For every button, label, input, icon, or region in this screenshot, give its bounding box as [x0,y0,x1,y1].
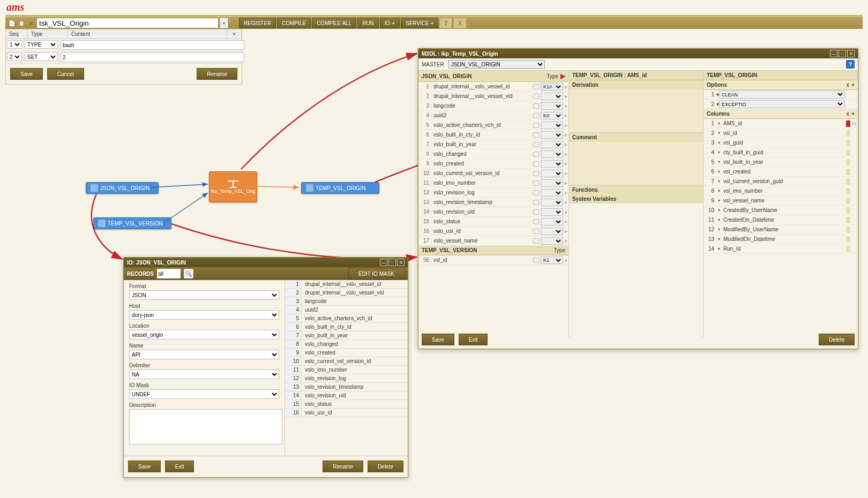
chevron-down-icon[interactable]: ▾ [716,179,722,184]
io-save-button[interactable]: Save [128,461,161,472]
node-json-vsl-origin[interactable]: JSON_VSL_ORIGIN [86,182,159,194]
checkbox-icon[interactable] [534,152,539,157]
io-list-row[interactable]: 16vslo_usr_id [285,409,408,417]
go-icon[interactable]: ▸ [563,132,568,138]
iomask-select[interactable]: UNDEF [129,389,279,399]
io-list-row[interactable]: 6vslo_built_in_cty_id [285,323,408,331]
io-plus-button[interactable]: IO + [380,18,400,28]
chevron-down-icon[interactable]: ▾ [716,227,722,232]
node-temp-vsl-version[interactable]: TEMP_VSL_VERSION [93,217,171,229]
m2ol-exit-button[interactable]: Exit [459,334,488,337]
location-select[interactable]: vessel_origin [129,330,279,339]
chevron-down-icon[interactable]: ▾ [716,188,722,193]
seq-content-input[interactable] [61,40,244,50]
go-icon[interactable]: ▸ [563,238,568,244]
checkbox-icon[interactable] [534,258,539,263]
go-icon[interactable]: ▸ [563,122,568,128]
type-select[interactable]: K0 [541,112,563,119]
io-field-list[interactable]: 1drupal_internal__vslo_vessel_id2drupal_… [285,280,408,456]
checkbox-icon[interactable] [534,209,539,215]
up-icon[interactable]: ↑ [229,19,238,27]
go-icon[interactable]: ▸ [563,141,568,147]
chevron-down-icon[interactable]: ▾ [716,140,722,145]
field-row[interactable]: 17vslo_vessel_name ▸ [418,236,568,246]
column-row[interactable]: 5▾ vsl_built_in_year [704,157,858,167]
chevron-down-icon[interactable]: ▾ [716,246,722,251]
io-list-row[interactable]: 1drupal_internal__vslo_vessel_id [285,280,408,289]
search-icon[interactable]: 🔍 [184,269,193,278]
tab-chip-2[interactable]: 2 [439,18,452,28]
option-select[interactable]: CLEAN [719,90,845,99]
host-select[interactable]: dory-json [129,310,279,320]
checkbox-icon[interactable] [534,229,539,234]
tab-chip-x[interactable]: X [453,18,467,28]
chevron-down-icon[interactable]: ▾ [716,217,722,222]
type-select[interactable] [541,141,563,148]
field-row[interactable]: 4uuid2 K0 ▸ [418,111,568,120]
go-icon[interactable]: ▸ [563,170,568,176]
seq-num-select[interactable]: 2 [7,52,22,61]
go-icon[interactable]: ▸ [563,180,568,186]
type-select[interactable] [541,170,563,177]
type-select[interactable] [541,122,563,129]
column-row[interactable]: 12▾ ModifiedBy_UserName [704,225,858,235]
field-row[interactable]: 5vslo_active_charters_vch_id ▸ [418,120,568,130]
seq-cancel-button[interactable]: Cancel [47,68,84,80]
type-select[interactable] [541,228,563,235]
m2ol-save-button[interactable]: Save [422,334,454,337]
new-icon[interactable]: 📄 [8,19,16,27]
field-row[interactable]: 13vslo_revision_timestamp ▸ [418,198,568,207]
minimize-icon[interactable]: — [830,50,837,57]
help-icon[interactable]: ? [846,60,855,69]
comment-box[interactable] [569,142,703,185]
checkbox-icon[interactable] [534,103,539,109]
master-select[interactable]: JSON_VSL_ORIGIN [448,60,545,69]
type-select[interactable]: K1 [541,256,563,264]
chevron-down-icon[interactable]: ▾ [716,131,722,135]
column-row[interactable]: 3▾ vsl_guid [704,138,858,148]
type-select[interactable] [541,218,563,225]
field-row[interactable]: 11vslo_imo_number ▸ [418,178,568,188]
go-icon[interactable]: ▸ [563,199,568,205]
type-select[interactable] [541,179,563,187]
go-icon[interactable]: ▸ [563,228,568,234]
node-temp-vsl-origin[interactable]: TEMP_VSL_ORIGIN [301,182,379,194]
chevron-down-icon[interactable]: ▾ [716,208,722,213]
records-input[interactable] [157,269,181,278]
column-row[interactable]: 6▾ vsl_created [704,167,858,177]
type-select[interactable] [541,150,563,158]
io-list-row[interactable]: 4uuid2 [285,306,408,314]
checkbox-icon[interactable] [534,123,539,128]
m2ol-titlebar[interactable]: M2OL : lkp_Temp_VSL_Origin —□✕ [418,49,858,58]
field-row[interactable]: 1drupal_internal__vslo_vessel_id K1A ▸ [418,82,568,92]
io-list-row[interactable]: 2drupal_internal__vslo_vessel_vid [285,289,408,297]
io-list-row[interactable]: 12vslo_revision_log [285,374,408,383]
chevron-down-icon[interactable]: ▾ [716,169,722,174]
go-icon[interactable]: ▸ [563,257,568,263]
copy-icon[interactable]: 📋 [17,19,26,27]
go-icon[interactable]: ▸ [563,112,568,118]
field-row[interactable]: 7vslo_built_in_year ▸ [418,140,568,149]
checkbox-icon[interactable] [534,200,539,205]
type-select[interactable] [541,189,563,197]
seq-num-select[interactable]: 1 [7,40,22,49]
column-row[interactable]: 11▾ CreatedOn_Datetime [704,215,858,225]
seq-add-button[interactable]: + [227,29,242,39]
derivation-box[interactable] [569,89,703,132]
io-exit-button[interactable]: Exit [165,461,194,472]
field-row[interactable]: 3langcode ▸ [418,101,568,111]
go-icon[interactable]: ▸ [563,209,568,215]
go-icon[interactable]: ▸ [563,161,568,167]
io-list-row[interactable]: 7vslo_built_in_year [285,331,408,340]
go-icon[interactable]: ▸ [563,84,568,89]
delimiter-select[interactable]: NA [129,369,279,379]
checkbox-icon[interactable] [534,84,539,89]
io-list-row[interactable]: 3langcode [285,297,408,306]
type-select[interactable] [541,199,563,206]
type-select[interactable] [541,131,563,139]
checkbox-icon[interactable] [534,180,539,186]
io-list-row[interactable]: 10vslo_current_vsl_version_id [285,357,408,366]
io-list-row[interactable]: 11vslo_imo_number [285,366,408,374]
chevron-down-icon[interactable]: ▾ [716,121,722,126]
column-row[interactable]: 1▾ AMS_id N [704,119,858,129]
